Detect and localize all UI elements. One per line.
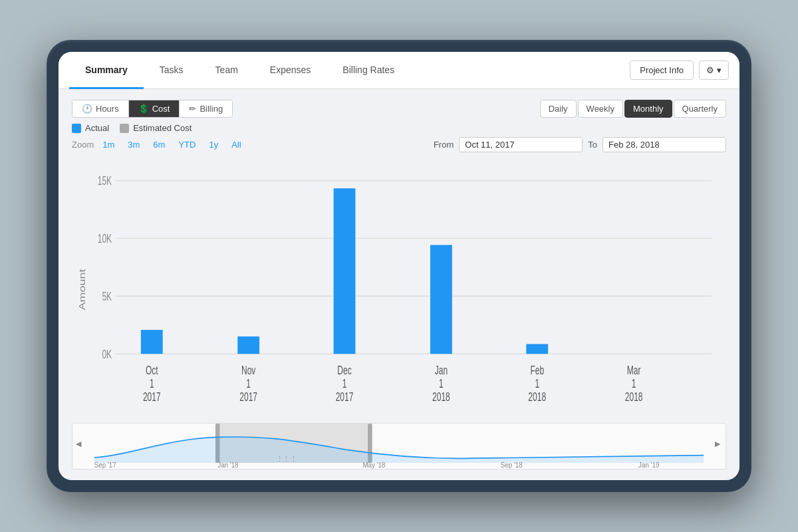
bar-feb bbox=[526, 344, 548, 354]
toggle-row: 🕐 Hours 💲 Cost ✏ Billing Daily Weekly bbox=[72, 100, 726, 118]
clock-icon: 🕐 bbox=[82, 104, 92, 114]
quarterly-button[interactable]: Quarterly bbox=[674, 100, 726, 118]
zoom-6m[interactable]: 6m bbox=[148, 138, 170, 151]
weekly-button[interactable]: Weekly bbox=[578, 100, 623, 118]
svg-text:Feb: Feb bbox=[530, 364, 544, 377]
view-toggle-group: 🕐 Hours 💲 Cost ✏ Billing bbox=[72, 100, 233, 118]
svg-text:Mar: Mar bbox=[627, 364, 641, 377]
zoom-all[interactable]: All bbox=[227, 138, 245, 151]
svg-text:1: 1 bbox=[439, 376, 444, 390]
svg-text:10K: 10K bbox=[98, 232, 112, 245]
tabs-right: Project Info ⚙ ▾ bbox=[630, 52, 729, 88]
svg-text:15K: 15K bbox=[98, 174, 112, 188]
device-frame: Summary Tasks Team Expenses Billing Rate… bbox=[47, 40, 751, 492]
bar-nov bbox=[237, 336, 259, 354]
svg-text:May '18: May '18 bbox=[362, 462, 385, 469]
svg-text:2018: 2018 bbox=[625, 390, 643, 403]
project-info-button[interactable]: Project Info bbox=[630, 61, 694, 80]
chart-area: Amount 15K 10K 5K 0K Oct 1 bbox=[72, 159, 726, 420]
svg-text:Sep '18: Sep '18 bbox=[501, 462, 523, 469]
svg-text:Nov: Nov bbox=[241, 364, 256, 377]
tab-summary[interactable]: Summary bbox=[69, 52, 144, 89]
monthly-button[interactable]: Monthly bbox=[624, 100, 672, 118]
svg-text:Amount: Amount bbox=[78, 269, 86, 311]
svg-text:2018: 2018 bbox=[528, 390, 546, 403]
daily-button[interactable]: Daily bbox=[540, 100, 577, 118]
gear-icon: ⚙ bbox=[706, 65, 714, 75]
svg-text:1: 1 bbox=[150, 376, 154, 390]
tabs-left: Summary Tasks Team Expenses Billing Rate… bbox=[69, 52, 410, 88]
svg-text:Jan '19: Jan '19 bbox=[638, 462, 660, 469]
zoom-1y[interactable]: 1y bbox=[204, 138, 223, 151]
tab-billing-rates[interactable]: Billing Rates bbox=[327, 52, 410, 89]
navigator-svg: Sep '17 Jan '18 May '18 Sep '18 Jan '19 … bbox=[72, 424, 726, 469]
chevron-down-icon: ▾ bbox=[717, 65, 722, 75]
zoom-row: Zoom 1m 3m 6m YTD 1y All From To bbox=[72, 137, 726, 152]
svg-text:◀: ◀ bbox=[76, 440, 82, 448]
zoom-3m[interactable]: 3m bbox=[123, 138, 144, 151]
billing-icon: ✏ bbox=[189, 104, 196, 114]
from-date-input[interactable] bbox=[459, 137, 583, 152]
svg-text:⋮⋮⋮: ⋮⋮⋮ bbox=[276, 454, 297, 462]
tab-bar: Summary Tasks Team Expenses Billing Rate… bbox=[59, 52, 739, 89]
svg-text:Jan: Jan bbox=[435, 364, 448, 377]
cost-icon: 💲 bbox=[138, 104, 149, 114]
svg-text:Dec: Dec bbox=[337, 364, 352, 377]
zoom-1m[interactable]: 1m bbox=[98, 138, 119, 151]
zoom-ytd[interactable]: YTD bbox=[174, 138, 200, 151]
legend-row: Actual Estimated Cost bbox=[72, 123, 726, 133]
gear-button[interactable]: ⚙ ▾ bbox=[699, 61, 729, 80]
main-chart: Amount 15K 10K 5K 0K Oct 1 bbox=[72, 159, 726, 420]
svg-text:1: 1 bbox=[246, 376, 251, 390]
estimated-swatch bbox=[120, 124, 129, 133]
device-screen: Summary Tasks Team Expenses Billing Rate… bbox=[59, 52, 739, 480]
svg-text:Oct: Oct bbox=[146, 364, 158, 377]
zoom-right: From To bbox=[434, 137, 726, 152]
navigator[interactable]: Sep '17 Jan '18 May '18 Sep '18 Jan '19 … bbox=[72, 423, 726, 469]
svg-text:2017: 2017 bbox=[336, 390, 354, 403]
svg-text:1: 1 bbox=[632, 376, 636, 390]
svg-text:1: 1 bbox=[342, 376, 347, 390]
svg-text:0K: 0K bbox=[102, 347, 112, 360]
svg-text:▶: ▶ bbox=[715, 440, 721, 448]
tab-expenses[interactable]: Expenses bbox=[254, 52, 327, 89]
bar-oct bbox=[141, 330, 163, 354]
actual-legend: Actual bbox=[72, 123, 109, 133]
tab-team[interactable]: Team bbox=[200, 52, 254, 89]
bar-jan bbox=[430, 245, 452, 354]
svg-text:1: 1 bbox=[535, 376, 539, 390]
svg-text:2018: 2018 bbox=[432, 390, 450, 403]
hours-toggle[interactable]: 🕐 Hours bbox=[72, 100, 129, 117]
svg-text:Jan '18: Jan '18 bbox=[217, 462, 239, 469]
tab-tasks[interactable]: Tasks bbox=[144, 52, 200, 89]
bar-dec bbox=[334, 188, 356, 354]
zoom-left: Zoom 1m 3m 6m YTD 1y All bbox=[72, 138, 246, 151]
estimated-legend: Estimated Cost bbox=[120, 123, 192, 133]
cost-toggle[interactable]: 💲 Cost bbox=[129, 100, 180, 117]
billing-toggle[interactable]: ✏ Billing bbox=[180, 100, 232, 117]
actual-swatch bbox=[72, 124, 81, 133]
period-group: Daily Weekly Monthly Quarterly bbox=[540, 100, 726, 118]
svg-text:5K: 5K bbox=[102, 289, 112, 303]
to-date-input[interactable] bbox=[602, 137, 726, 152]
svg-text:2017: 2017 bbox=[143, 390, 161, 403]
svg-text:Sep '17: Sep '17 bbox=[94, 462, 116, 469]
svg-text:2017: 2017 bbox=[239, 390, 257, 403]
content-area: 🕐 Hours 💲 Cost ✏ Billing Daily Weekly bbox=[59, 89, 739, 480]
